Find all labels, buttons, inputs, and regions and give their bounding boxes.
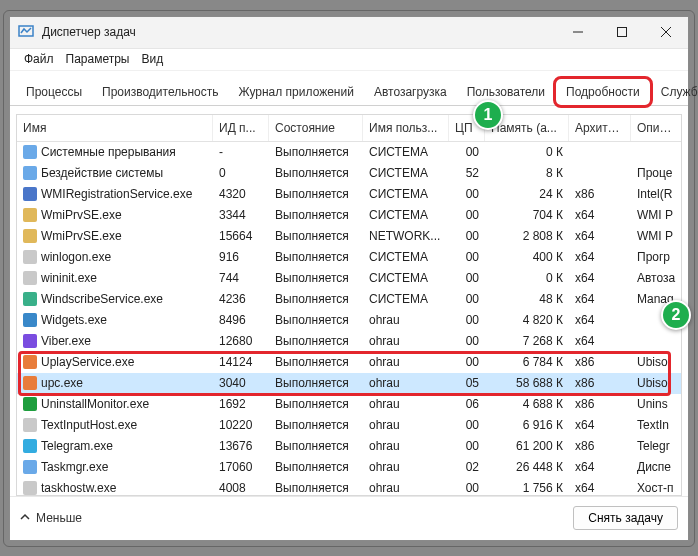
col-status[interactable]: Состояние: [269, 115, 363, 141]
cell-cpu: 00: [449, 208, 485, 222]
table-row[interactable]: taskhostw.exe4008Выполняетсяohrau001 756…: [17, 478, 681, 495]
process-name: Системные прерывания: [41, 145, 176, 159]
cell-mem: 6 784 К: [485, 355, 569, 369]
cell-mem: 61 200 К: [485, 439, 569, 453]
tab-startup[interactable]: Автозагрузка: [364, 79, 457, 105]
annotation-badge-1: 1: [473, 100, 503, 130]
cell-user: NETWORK...: [363, 229, 449, 243]
cell-status: Выполняется: [269, 208, 363, 222]
cell-status: Выполняется: [269, 460, 363, 474]
cell-user: ohrau: [363, 397, 449, 411]
cell-user: ohrau: [363, 376, 449, 390]
cell-cpu: 05: [449, 376, 485, 390]
process-name: Viber.exe: [41, 334, 91, 348]
col-arch[interactable]: Архите...: [569, 115, 631, 141]
cell-arch: x86: [569, 439, 631, 453]
menu-view[interactable]: Вид: [135, 52, 169, 66]
menu-file[interactable]: Файл: [18, 52, 60, 66]
cell-pid: 14124: [213, 355, 269, 369]
cell-desc: TextIn: [631, 418, 681, 432]
cell-desc: Хост-п: [631, 481, 681, 495]
process-icon: [23, 166, 37, 180]
end-task-button[interactable]: Снять задачу: [573, 506, 678, 530]
cell-arch: x64: [569, 292, 631, 306]
table-row[interactable]: WmiPrvSE.exe3344ВыполняетсяСИСТЕМА00704 …: [17, 205, 681, 226]
col-user[interactable]: Имя польз...: [363, 115, 449, 141]
table-row[interactable]: WindscribeService.exe4236ВыполняетсяСИСТ…: [17, 289, 681, 310]
col-desc[interactable]: Описа...: [631, 115, 681, 141]
process-icon: [23, 397, 37, 411]
cell-user: СИСТЕМА: [363, 208, 449, 222]
titlebar[interactable]: Диспетчер задач: [10, 17, 688, 49]
cell-user: СИСТЕМА: [363, 292, 449, 306]
fewer-details-button[interactable]: Меньше: [20, 511, 82, 525]
cell-cpu: 00: [449, 418, 485, 432]
cell-mem: 7 268 К: [485, 334, 569, 348]
process-name: Widgets.exe: [41, 313, 107, 327]
cell-desc: Ubiso: [631, 376, 681, 390]
tab-users[interactable]: Пользователи: [457, 79, 555, 105]
cell-cpu: 00: [449, 250, 485, 264]
cell-arch: x64: [569, 313, 631, 327]
table-row[interactable]: winlogon.exe916ВыполняетсяСИСТЕМА00400 К…: [17, 247, 681, 268]
cell-status: Выполняется: [269, 439, 363, 453]
table-row[interactable]: Системные прерывания-ВыполняетсяСИСТЕМА0…: [17, 142, 681, 163]
table-row[interactable]: Taskmgr.exe17060Выполняетсяohrau0226 448…: [17, 457, 681, 478]
tab-services[interactable]: Службы: [651, 79, 698, 105]
cell-cpu: 00: [449, 313, 485, 327]
table-row[interactable]: UninstallMonitor.exe1692Выполняетсяohrau…: [17, 394, 681, 415]
tab-performance[interactable]: Производительность: [92, 79, 228, 105]
cell-arch: x86: [569, 397, 631, 411]
process-name: WindscribeService.exe: [41, 292, 163, 306]
cell-user: ohrau: [363, 481, 449, 495]
tab-processes[interactable]: Процессы: [16, 79, 92, 105]
process-name: upc.exe: [41, 376, 83, 390]
cell-mem: 1 756 К: [485, 481, 569, 495]
table-row[interactable]: Telegram.exe13676Выполняетсяohrau0061 20…: [17, 436, 681, 457]
table-row[interactable]: Бездействие системы0ВыполняетсяСИСТЕМА52…: [17, 163, 681, 184]
tab-details[interactable]: Подробности: [555, 78, 651, 106]
process-name: Taskmgr.exe: [41, 460, 108, 474]
cell-arch: x64: [569, 229, 631, 243]
tab-apphistory[interactable]: Журнал приложений: [229, 79, 364, 105]
col-pid[interactable]: ИД п...: [213, 115, 269, 141]
cell-cpu: 00: [449, 229, 485, 243]
maximize-button[interactable]: [600, 16, 644, 48]
close-button[interactable]: [644, 16, 688, 48]
cell-status: Выполняется: [269, 187, 363, 201]
task-manager-window: Диспетчер задач Файл Параметры Вид Проце…: [9, 16, 689, 541]
table-row[interactable]: WmiPrvSE.exe15664ВыполняетсяNETWORK...00…: [17, 226, 681, 247]
process-name: Telegram.exe: [41, 439, 113, 453]
process-icon: [23, 208, 37, 222]
process-table: Имя ИД п... Состояние Имя польз... ЦП Па…: [16, 114, 682, 496]
app-icon: [18, 24, 34, 40]
table-row[interactable]: upc.exe3040Выполняетсяohrau0558 688 Кx86…: [17, 373, 681, 394]
process-icon: [23, 418, 37, 432]
cell-status: Выполняется: [269, 376, 363, 390]
cell-status: Выполняется: [269, 229, 363, 243]
process-icon: [23, 481, 37, 495]
table-body[interactable]: Системные прерывания-ВыполняетсяСИСТЕМА0…: [17, 142, 681, 495]
cell-desc: Автоза: [631, 271, 681, 285]
cell-arch: x64: [569, 460, 631, 474]
process-name: WmiPrvSE.exe: [41, 208, 122, 222]
minimize-button[interactable]: [556, 16, 600, 48]
cell-desc: Диспе: [631, 460, 681, 474]
cell-mem: 4 688 К: [485, 397, 569, 411]
content-area: Имя ИД п... Состояние Имя польз... ЦП Па…: [10, 106, 688, 496]
cell-pid: 3040: [213, 376, 269, 390]
cell-cpu: 00: [449, 145, 485, 159]
cell-status: Выполняется: [269, 166, 363, 180]
process-icon: [23, 271, 37, 285]
process-name: winlogon.exe: [41, 250, 111, 264]
process-icon: [23, 334, 37, 348]
cell-pid: 0: [213, 166, 269, 180]
table-row[interactable]: Viber.exe12680Выполняетсяohrau007 268 Кx…: [17, 331, 681, 352]
table-row[interactable]: UplayService.exe14124Выполняетсяohrau006…: [17, 352, 681, 373]
table-row[interactable]: TextInputHost.exe10220Выполняетсяohrau00…: [17, 415, 681, 436]
table-row[interactable]: Widgets.exe8496Выполняетсяohrau004 820 К…: [17, 310, 681, 331]
menu-options[interactable]: Параметры: [60, 52, 136, 66]
col-name[interactable]: Имя: [17, 115, 213, 141]
table-row[interactable]: WMIRegistrationService.exe4320Выполняетс…: [17, 184, 681, 205]
table-row[interactable]: wininit.exe744ВыполняетсяСИСТЕМА000 Кx64…: [17, 268, 681, 289]
